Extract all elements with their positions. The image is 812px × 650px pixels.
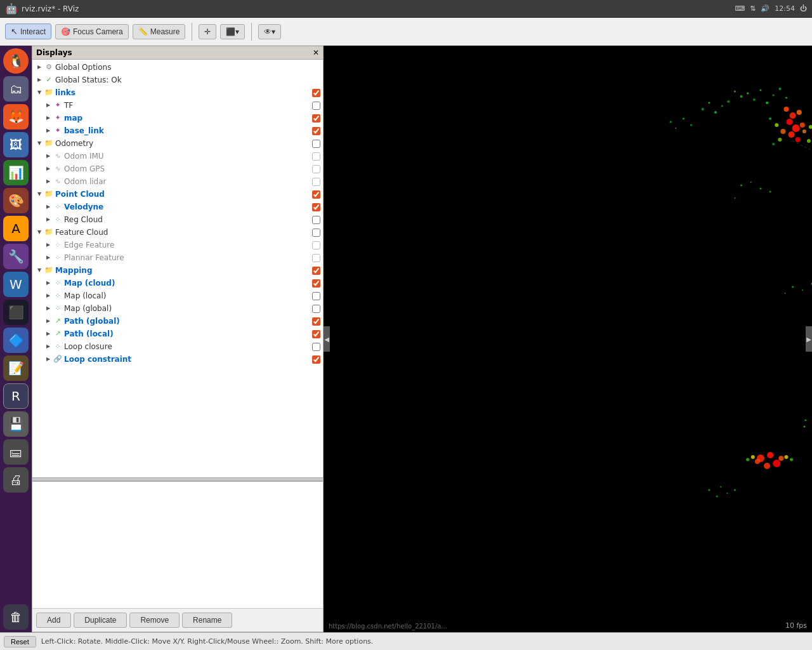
map-cloud-checkbox[interactable] xyxy=(312,279,320,288)
expand-arrow[interactable]: ▶ xyxy=(35,75,44,85)
dock-item-photos[interactable]: 🖼 xyxy=(3,132,29,157)
dock-item-scanner[interactable]: 🖨 xyxy=(3,467,29,493)
dock-item-vscode[interactable]: W xyxy=(3,272,29,297)
remove-button[interactable]: Remove xyxy=(129,613,180,628)
dock-item-files[interactable]: 🗂 xyxy=(3,76,29,102)
close-icon[interactable]: ✕ xyxy=(313,48,319,57)
links-checkbox[interactable] xyxy=(312,89,320,97)
dock-item-rviz[interactable]: R xyxy=(3,383,29,409)
expand-arrow[interactable]: ▶ xyxy=(44,329,53,339)
tree-item-feature-cloud[interactable]: ▼ 📁 Feature Cloud xyxy=(32,226,323,239)
odom-lidar-checkbox[interactable] xyxy=(312,178,320,186)
tree-item-path-local[interactable]: ▶ ↗ Path (local) xyxy=(32,328,323,340)
dock-item-ubuntu[interactable]: 🐧 xyxy=(3,48,29,74)
collapse-right-handle[interactable]: ▶ xyxy=(806,326,812,352)
tree-item-plannar-feature[interactable]: ▶ ⁘ Plannar Feature xyxy=(32,251,323,264)
expand-arrow[interactable]: ▶ xyxy=(44,278,53,288)
expand-arrow[interactable]: ▶ xyxy=(44,291,53,301)
point-cloud-checkbox[interactable] xyxy=(312,190,320,199)
dock-item-drive[interactable]: 💾 xyxy=(3,411,29,437)
map-local-checkbox[interactable] xyxy=(312,292,320,300)
tree-item-map-local[interactable]: ▶ ⁘ Map (local) xyxy=(32,289,323,302)
view-button[interactable]: 👁▾ xyxy=(258,24,281,39)
tree-item-velodyne[interactable]: ▶ ⁘ Velodyne xyxy=(32,201,323,213)
tree-item-odom-imu[interactable]: ▶ ∿ Odom IMU xyxy=(32,150,323,162)
map-global-checkbox[interactable] xyxy=(312,305,320,313)
tree-item-tf[interactable]: ▶ ✦ TF xyxy=(32,99,323,112)
odom-imu-checkbox[interactable] xyxy=(312,152,320,161)
tree-item-path-global[interactable]: ▶ ↗ Path (global) xyxy=(32,315,323,328)
move-button[interactable]: ✛ xyxy=(199,24,216,39)
expand-arrow[interactable]: ▶ xyxy=(44,126,53,136)
reg-cloud-checkbox[interactable] xyxy=(312,216,320,224)
expand-arrow[interactable]: ▶ xyxy=(44,240,53,250)
dock-item-trash[interactable]: 🗑 xyxy=(3,604,29,630)
expand-arrow[interactable]: ▼ xyxy=(35,265,44,275)
dock-item-calc[interactable]: 📊 xyxy=(3,160,29,185)
expand-arrow[interactable]: ▶ xyxy=(44,316,53,326)
dock-item-hdd[interactable]: 🖴 xyxy=(3,439,29,465)
expand-arrow[interactable]: ▶ xyxy=(44,303,53,314)
3d-viewport[interactable]: ◀ ▶ 10 fps https://blog.csdn.net/hello_2… xyxy=(324,46,812,632)
mapping-checkbox[interactable] xyxy=(312,267,320,275)
tree-item-odometry[interactable]: ▼ 📁 Odometry xyxy=(32,137,323,150)
tree-item-base-link[interactable]: ▶ ✦ base_link xyxy=(32,124,323,137)
tree-item-links[interactable]: ▼ 📁 links xyxy=(32,86,323,99)
displays-tree[interactable]: ▶ ⚙ Global Options ▶ ✓ Global Status: Ok xyxy=(32,60,323,477)
dock-item-vs[interactable]: 🔷 xyxy=(3,328,29,353)
loop-constraint-checkbox[interactable] xyxy=(312,355,320,364)
reset-button[interactable]: Reset xyxy=(4,636,36,647)
dock-item-terminal[interactable]: ⬛ xyxy=(3,300,29,325)
expand-arrow[interactable]: ▶ xyxy=(44,164,53,174)
duplicate-button[interactable]: Duplicate xyxy=(74,613,127,628)
dock-item-settings[interactable]: 🔧 xyxy=(3,244,29,269)
collapse-left-handle[interactable]: ◀ xyxy=(324,326,330,352)
add-button[interactable]: Add xyxy=(36,613,71,628)
expand-arrow[interactable]: ▶ xyxy=(44,151,53,161)
expand-arrow[interactable]: ▶ xyxy=(44,342,53,352)
odometry-checkbox[interactable] xyxy=(312,140,320,148)
interact-button[interactable]: ↖ Interact xyxy=(5,23,51,39)
tree-item-global-status[interactable]: ▶ ✓ Global Status: Ok xyxy=(32,74,323,86)
edge-feature-checkbox[interactable] xyxy=(312,241,320,249)
tree-item-map-cloud[interactable]: ▶ ⁘ Map (cloud) xyxy=(32,277,323,289)
expand-arrow[interactable]: ▶ xyxy=(44,215,53,225)
tree-item-reg-cloud[interactable]: ▶ ⁘ Reg Cloud xyxy=(32,213,323,226)
tree-item-odom-lidar[interactable]: ▶ ∿ Odom lidar xyxy=(32,175,323,188)
dock-item-gimp[interactable]: 🎨 xyxy=(3,188,29,213)
rename-button[interactable]: Rename xyxy=(182,613,232,628)
expand-arrow[interactable]: ▶ xyxy=(44,202,53,212)
tree-item-loop-constraint[interactable]: ▶ 🔗 Loop constraint xyxy=(32,353,323,366)
path-local-checkbox[interactable] xyxy=(312,330,320,338)
expand-arrow[interactable]: ▼ xyxy=(35,88,44,98)
focus-camera-button[interactable]: 🎯 Focus Camera xyxy=(55,24,129,39)
tree-item-map-global[interactable]: ▶ ⁘ Map (global) xyxy=(32,302,323,315)
tree-item-global-options[interactable]: ▶ ⚙ Global Options xyxy=(32,61,323,74)
feature-cloud-checkbox[interactable] xyxy=(312,229,320,237)
interact2-button[interactable]: ⬛▾ xyxy=(220,24,245,39)
map-checkbox[interactable] xyxy=(312,114,320,123)
tree-item-loop-closure[interactable]: ▶ ⁘ Loop closure xyxy=(32,340,323,353)
expand-arrow[interactable]: ▼ xyxy=(35,189,44,199)
expand-arrow[interactable]: ▶ xyxy=(44,176,53,187)
tree-item-map[interactable]: ▶ ✦ map xyxy=(32,112,323,124)
tree-item-odom-gps[interactable]: ▶ ∿ Odom GPS xyxy=(32,162,323,175)
expand-arrow[interactable]: ▶ xyxy=(44,253,53,263)
velodyne-checkbox[interactable] xyxy=(312,203,320,211)
odom-gps-checkbox[interactable] xyxy=(312,165,320,173)
tf-checkbox[interactable] xyxy=(312,102,320,110)
loop-closure-checkbox[interactable] xyxy=(312,343,320,351)
tree-item-edge-feature[interactable]: ▶ ⁘ Edge Feature xyxy=(32,239,323,251)
path-global-checkbox[interactable] xyxy=(312,317,320,326)
expand-arrow[interactable]: ▼ xyxy=(35,227,44,237)
tree-item-point-cloud[interactable]: ▼ 📁 Point Cloud xyxy=(32,188,323,201)
tree-item-mapping[interactable]: ▼ 📁 Mapping xyxy=(32,264,323,277)
dock-item-amazon[interactable]: A xyxy=(3,216,29,241)
plannar-feature-checkbox[interactable] xyxy=(312,254,320,262)
expand-arrow[interactable]: ▼ xyxy=(35,138,44,149)
expand-arrow[interactable]: ▶ xyxy=(44,113,53,123)
expand-arrow[interactable]: ▶ xyxy=(35,62,44,72)
dock-item-firefox[interactable]: 🦊 xyxy=(3,104,29,129)
base-link-checkbox[interactable] xyxy=(312,127,320,135)
expand-arrow[interactable]: ▶ xyxy=(44,100,53,110)
